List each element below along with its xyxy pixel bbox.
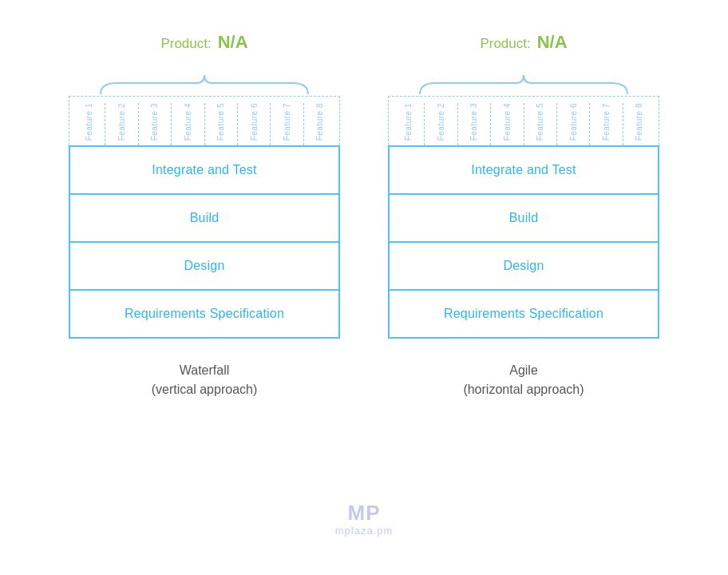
feature-label-1-1: Feature 2 [437,103,445,141]
feature-label-0-3: Feature 4 [184,103,192,141]
phase-label-1-0: Integrate and Test [471,163,576,176]
feature-item-0-3: Feature 4 [172,103,204,145]
feature-label-1-3: Feature 4 [503,103,512,141]
feature-item-1-5: Feature 6 [557,103,590,145]
phase-label-1-3: Requirements Specification [444,307,603,320]
rows-container-1: Integrate and TestBuildDesignRequirement… [388,145,659,339]
phase-row-0-1: Build [70,193,338,241]
diagram-block-0: Product:N/AFeature 1Feature 2Feature 3Fe… [69,32,340,399]
features-row-0: Feature 1Feature 2Feature 3Feature 4Feat… [69,96,340,145]
feature-label-0-7: Feature 8 [315,103,324,141]
feature-item-1-4: Feature 5 [524,103,557,145]
product-value-0: N/A [218,32,248,53]
product-label-0: Product:N/A [160,32,247,53]
phase-label-0-3: Requirements Specification [125,307,284,320]
product-text-0: Product: [160,36,211,52]
phase-row-1-0: Integrate and Test [390,145,658,193]
main-container: Product:N/AFeature 1Feature 2Feature 3Fe… [0,32,728,399]
feature-item-0-5: Feature 6 [238,103,271,145]
feature-item-0-6: Feature 7 [271,103,303,145]
phase-label-0-1: Build [190,211,220,224]
feature-label-1-5: Feature 6 [569,103,578,141]
feature-label-1-4: Feature 5 [536,103,544,141]
feature-item-0-4: Feature 5 [205,103,238,145]
phase-label-1-2: Design [503,259,544,272]
feature-item-1-1: Feature 2 [425,103,457,145]
feature-item-0-7: Feature 8 [304,103,336,145]
brace-svg-1 [404,67,643,96]
product-text-1: Product: [480,36,530,52]
feature-label-0-0: Feature 1 [85,103,93,141]
bottom-line2-0: (vertical approach) [152,383,258,396]
phase-label-1-1: Build [509,211,539,224]
feature-label-0-5: Feature 6 [250,103,259,141]
feature-item-0-2: Feature 3 [139,103,172,145]
phase-row-1-1: Build [390,193,658,241]
product-label-1: Product:N/A [480,32,567,53]
diagram-block-1: Product:N/AFeature 1Feature 2Feature 3Fe… [388,32,659,399]
phase-label-0-2: Design [184,259,224,272]
brace-svg-0 [85,67,324,96]
watermark-icon: MP [347,502,380,523]
rows-container-0: Integrate and TestBuildDesignRequirement… [69,145,340,339]
phase-row-0-3: Requirements Specification [70,289,338,337]
feature-item-1-7: Feature 8 [623,103,655,145]
product-value-1: N/A [537,32,568,53]
feature-item-0-1: Feature 2 [105,103,138,145]
phase-label-0-0: Integrate and Test [152,163,256,176]
feature-label-1-7: Feature 8 [635,103,643,141]
phase-row-1-3: Requirements Specification [390,289,658,337]
feature-item-1-6: Feature 7 [590,103,623,145]
feature-label-0-2: Feature 3 [150,103,159,141]
feature-item-1-2: Feature 3 [458,103,491,145]
feature-item-1-0: Feature 1 [392,103,425,145]
phase-row-0-2: Design [70,241,338,289]
watermark-text: mplaza.pm [335,525,394,537]
feature-label-0-4: Feature 5 [216,103,225,141]
bottom-label-1: Agile(horizontal approach) [463,361,584,399]
feature-label-1-0: Feature 1 [404,103,413,141]
phase-row-0-0: Integrate and Test [70,145,338,193]
features-row-1: Feature 1Feature 2Feature 3Feature 4Feat… [388,96,659,145]
bottom-label-0: Waterfall(vertical approach) [152,361,258,399]
feature-label-1-6: Feature 7 [602,103,611,141]
watermark: MP mplaza.pm [335,502,394,537]
bottom-line1-1: Agile [509,363,538,377]
feature-label-1-2: Feature 3 [469,103,478,141]
feature-label-0-6: Feature 7 [283,103,291,141]
feature-item-0-0: Feature 1 [73,103,105,145]
bottom-line1-0: Waterfall [180,363,230,377]
feature-item-1-3: Feature 4 [491,103,524,145]
feature-label-0-1: Feature 2 [117,103,126,141]
phase-row-1-2: Design [390,241,658,289]
bottom-line2-1: (horizontal approach) [463,383,584,396]
